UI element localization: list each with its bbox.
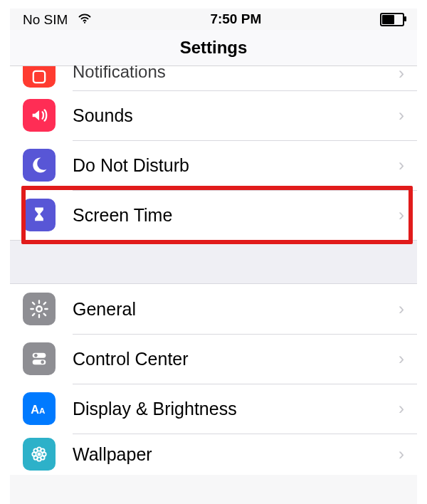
svg-text:A: A	[31, 403, 39, 416]
battery-icon	[380, 13, 404, 26]
chevron-right-icon: ›	[399, 205, 404, 225]
row-label: Screen Time	[73, 205, 399, 226]
row-general[interactable]: General ›	[10, 284, 417, 334]
svg-point-15	[41, 448, 44, 452]
svg-point-0	[84, 21, 85, 23]
chevron-right-icon: ›	[399, 444, 404, 464]
svg-point-16	[33, 456, 37, 459]
wifi-icon	[78, 13, 92, 27]
row-label: Control Center	[73, 349, 399, 369]
svg-point-17	[41, 456, 44, 459]
svg-rect-1	[33, 71, 45, 83]
chevron-right-icon: ›	[399, 399, 404, 419]
group-separator	[10, 240, 417, 284]
row-label: Do Not Disturb	[73, 155, 399, 176]
row-do-not-disturb[interactable]: Do Not Disturb ›	[10, 140, 417, 190]
chevron-right-icon: ›	[399, 155, 404, 175]
settings-group-2: General › Control Center › A A	[10, 284, 417, 475]
row-wallpaper[interactable]: Wallpaper ›	[10, 434, 417, 475]
row-label: Notifications	[73, 62, 399, 82]
status-left: No SIM	[23, 11, 92, 28]
chevron-right-icon: ›	[399, 349, 404, 369]
row-notifications[interactable]: Notifications ›	[10, 66, 417, 90]
row-label: Wallpaper	[73, 444, 399, 465]
navbar: Settings	[10, 30, 417, 66]
row-screen-time[interactable]: Screen Time ›	[10, 190, 417, 240]
row-label: General	[73, 299, 399, 320]
svg-point-6	[41, 360, 44, 364]
settings-group-1: Notifications › Sounds › Do Not Dist	[10, 66, 417, 240]
page-title: Settings	[180, 38, 248, 58]
status-time: 7:50 PM	[210, 11, 261, 27]
gear-icon	[23, 293, 56, 325]
carrier-text: No SIM	[23, 12, 68, 27]
flower-icon	[23, 438, 56, 471]
notifications-icon	[23, 66, 56, 88]
moon-icon	[23, 149, 56, 182]
svg-point-2	[36, 306, 41, 311]
chevron-right-icon: ›	[399, 63, 404, 83]
hourglass-icon	[23, 199, 56, 231]
row-sounds[interactable]: Sounds ›	[10, 90, 417, 140]
svg-point-9	[37, 452, 41, 456]
toggles-icon	[23, 342, 56, 375]
chevron-right-icon: ›	[399, 105, 404, 125]
sounds-icon	[23, 99, 56, 132]
row-label: Sounds	[73, 105, 399, 126]
row-display-brightness[interactable]: A A Display & Brightness ›	[10, 384, 417, 434]
text-size-icon: A A	[23, 392, 56, 425]
status-right	[380, 11, 404, 27]
svg-text:A: A	[39, 406, 46, 415]
status-bar: No SIM 7:50 PM	[10, 9, 417, 30]
chevron-right-icon: ›	[399, 299, 404, 319]
svg-point-14	[33, 448, 37, 452]
row-label: Display & Brightness	[73, 399, 399, 419]
row-control-center[interactable]: Control Center ›	[10, 334, 417, 384]
svg-point-4	[34, 354, 38, 357]
